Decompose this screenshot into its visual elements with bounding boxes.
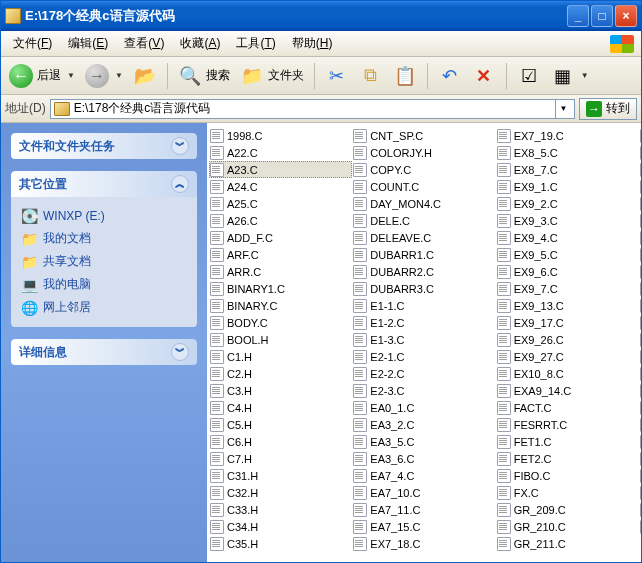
file-item[interactable]: A24.C (209, 178, 352, 195)
file-item[interactable]: HZKJY.H (639, 467, 641, 484)
file-item[interactable]: GRED145.C (639, 365, 641, 382)
file-item[interactable]: EX9_7.C (496, 280, 639, 297)
file-item[interactable]: E2-3.C (352, 382, 495, 399)
file-item[interactable]: DELEAVE.C (352, 229, 495, 246)
up-button[interactable]: 📂 (129, 61, 161, 91)
file-item[interactable]: C3.H (209, 382, 352, 399)
file-item[interactable]: ARR.C (209, 263, 352, 280)
file-item[interactable]: HZK48.H (639, 450, 641, 467)
file-item[interactable]: FX.C (496, 484, 639, 501)
delete-button[interactable]: ✕ (468, 61, 500, 91)
file-item[interactable]: EA3_5.C (352, 433, 495, 450)
search-button[interactable]: 🔍 搜索 (174, 61, 234, 91)
address-input[interactable] (74, 102, 551, 116)
file-item[interactable]: GR_211.C (496, 535, 639, 552)
back-button[interactable]: ← 后退 ▼ (5, 61, 79, 91)
file-item[interactable]: COLORJY.H (352, 144, 495, 161)
file-item[interactable]: EX7_19.C (496, 127, 639, 144)
folders-button[interactable]: 📁 文件夹 (236, 61, 308, 91)
file-item[interactable]: EX9_17.C (496, 314, 639, 331)
file-item[interactable]: EX9_26.C (496, 331, 639, 348)
file-item[interactable]: ARF.C (209, 246, 352, 263)
menu-编辑[interactable]: 编辑(E) (60, 31, 116, 56)
file-item[interactable]: EX7_18.C (352, 535, 495, 552)
file-item[interactable]: E1-2.C (352, 314, 495, 331)
menu-帮助[interactable]: 帮助(H) (284, 31, 341, 56)
file-item[interactable]: E2-2.C (352, 365, 495, 382)
file-item[interactable]: BODY.C (209, 314, 352, 331)
file-item[interactable]: A23.C (209, 161, 352, 178)
file-item[interactable]: IFDEF.C (639, 501, 641, 518)
panel-header[interactable]: 详细信息︾ (11, 339, 197, 365)
file-item[interactable]: EXA9_14.C (496, 382, 639, 399)
file-item[interactable]: EA7_11.C (352, 501, 495, 518)
panel-header[interactable]: 文件和文件夹任务︾ (11, 133, 197, 159)
paste-button[interactable]: 📋 (389, 61, 421, 91)
file-item[interactable]: BINARY1.C (209, 280, 352, 297)
file-item[interactable]: COUNT.C (352, 178, 495, 195)
chevron-down-icon[interactable]: ▼ (67, 71, 75, 80)
file-item[interactable]: CNT_SP.C (352, 127, 495, 144)
file-item[interactable]: GR_212.C (639, 127, 641, 144)
file-item[interactable]: DUBARR3.C (352, 280, 495, 297)
file-item[interactable]: GRED15.C (639, 229, 641, 246)
file-item[interactable]: ID.C (639, 484, 641, 501)
file-item[interactable]: GRED146.C (639, 382, 641, 399)
address-dropdown[interactable]: ▼ (555, 100, 571, 118)
file-item[interactable]: GR_210.C (496, 518, 639, 535)
file-item[interactable]: DELE.C (352, 212, 495, 229)
file-item[interactable]: A22.C (209, 144, 352, 161)
sidebar-item[interactable]: 💽WINXP (E:) (21, 205, 187, 227)
cut-button[interactable]: ✂ (321, 61, 353, 91)
panel-header[interactable]: 其它位置︽ (11, 171, 197, 197)
file-item[interactable]: GRED143.C (639, 331, 641, 348)
file-item[interactable]: GRED13.C (639, 212, 641, 229)
copy-button[interactable]: ⧉ (355, 61, 387, 91)
file-item[interactable]: EA3_2.C (352, 416, 495, 433)
file-item[interactable]: GRED142.C (639, 314, 641, 331)
file-item[interactable]: EA7_15.C (352, 518, 495, 535)
file-item[interactable]: GRED11.C (639, 178, 641, 195)
properties-button[interactable]: ☑ (513, 61, 545, 91)
file-item[interactable]: E2-1.C (352, 348, 495, 365)
file-item[interactable]: EX8_5.C (496, 144, 639, 161)
file-item[interactable]: C32.H (209, 484, 352, 501)
file-item[interactable]: C2.H (209, 365, 352, 382)
file-item[interactable]: DUBARR2.C (352, 263, 495, 280)
file-item[interactable]: EX9_3.C (496, 212, 639, 229)
address-input-wrapper[interactable]: ▼ (50, 99, 575, 119)
file-item[interactable]: FET2.C (496, 450, 639, 467)
file-item[interactable]: FESRRT.C (496, 416, 639, 433)
file-item[interactable]: C4.H (209, 399, 352, 416)
file-item[interactable]: C34.H (209, 518, 352, 535)
file-item[interactable]: C33.H (209, 501, 352, 518)
file-item[interactable]: 1998.C (209, 127, 352, 144)
menu-查看[interactable]: 查看(V) (116, 31, 172, 56)
file-item[interactable]: EX10_8.C (496, 365, 639, 382)
file-list-area[interactable]: 1998.CA22.CA23.CA24.CA25.CA26.CADD_F.CAR… (207, 123, 641, 562)
file-item[interactable]: GRED141.C (639, 297, 641, 314)
sidebar-item[interactable]: 📁共享文档 (21, 250, 187, 273)
close-button[interactable]: × (615, 5, 637, 27)
file-item[interactable]: E1-3.C (352, 331, 495, 348)
forward-button[interactable]: → ▼ (81, 61, 127, 91)
file-item[interactable]: GRED144.C (639, 348, 641, 365)
file-item[interactable]: EA3_6.C (352, 450, 495, 467)
file-item[interactable]: C1.H (209, 348, 352, 365)
file-item[interactable]: FACT.C (496, 399, 639, 416)
titlebar[interactable]: E:\178个经典c语言源代码 _ □ × (1, 1, 641, 31)
file-item[interactable]: HECMP.C (639, 433, 641, 450)
chevron-down-icon[interactable]: ︾ (171, 137, 189, 155)
file-item[interactable]: GR_216.C (639, 161, 641, 178)
file-item[interactable]: EX9_27.C (496, 348, 639, 365)
undo-button[interactable]: ↶ (434, 61, 466, 91)
file-item[interactable]: EX9_1.C (496, 178, 639, 195)
file-item[interactable]: GRED12.C (639, 195, 641, 212)
file-item[interactable]: GR_209.C (496, 501, 639, 518)
file-item[interactable]: DAY_MON4.C (352, 195, 495, 212)
file-item[interactable]: EA7_10.C (352, 484, 495, 501)
file-item[interactable]: C35.H (209, 535, 352, 552)
file-item[interactable]: DUBARR1.C (352, 246, 495, 263)
file-item[interactable]: HANOI.C (639, 416, 641, 433)
file-item[interactable]: EX8_7.C (496, 161, 639, 178)
